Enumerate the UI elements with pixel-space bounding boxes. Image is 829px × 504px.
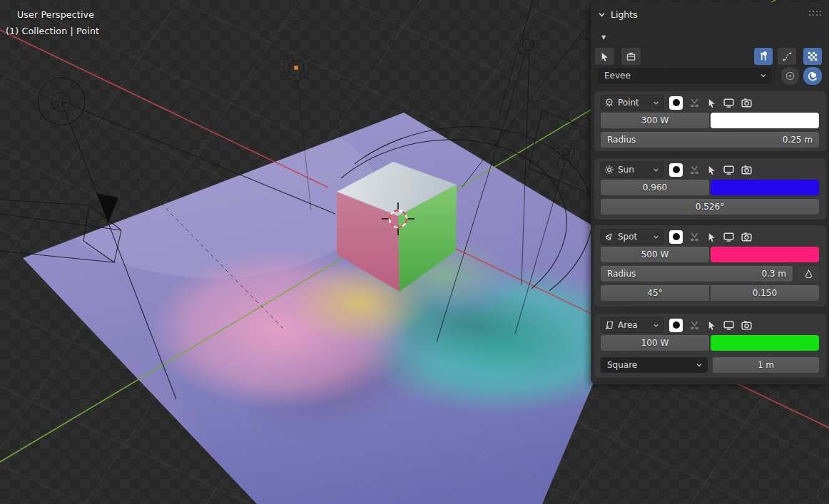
- light-enable-toggle[interactable]: [669, 96, 683, 110]
- point-light-icon: [604, 98, 614, 108]
- select-pointer-button[interactable]: [595, 48, 614, 65]
- world-rotate-button[interactable]: [803, 67, 822, 85]
- light-type-label: Point: [618, 98, 653, 108]
- curve-path-icon: [782, 51, 793, 62]
- sun-angle-slider[interactable]: 0.526°: [601, 199, 819, 215]
- monitor-icon[interactable]: [723, 164, 735, 176]
- spot-size-slider[interactable]: 45°: [601, 285, 709, 301]
- color-swatch[interactable]: [711, 180, 819, 195]
- light-enable-toggle[interactable]: [669, 230, 683, 244]
- tools-button[interactable]: [754, 48, 773, 65]
- area-light-icon: [604, 320, 614, 330]
- chevron-down-icon: [696, 361, 703, 369]
- chevron-down-icon: [653, 234, 659, 240]
- camera-icon[interactable]: [741, 231, 753, 243]
- chevron-down-icon: [653, 100, 659, 106]
- strength-slider[interactable]: 0.960: [601, 180, 709, 195]
- curve-path-button[interactable]: [778, 48, 796, 65]
- checker-texture-button[interactable]: [803, 48, 822, 65]
- sun-type-dropdown[interactable]: Sun: [601, 162, 663, 178]
- circle-dot-button[interactable]: [781, 67, 799, 85]
- monitor-icon[interactable]: [723, 231, 735, 243]
- radius-slider[interactable]: Radius 0.25 m: [601, 132, 819, 148]
- pointer-icon[interactable]: [706, 98, 717, 108]
- color-swatch[interactable]: [711, 335, 819, 351]
- wrench-screwdriver-icon: [758, 51, 769, 62]
- engine-dropdown[interactable]: Eevee: [598, 68, 772, 83]
- chevron-down-icon: [760, 72, 767, 79]
- shape-value: Square: [601, 360, 696, 370]
- camera-icon[interactable]: [741, 164, 753, 176]
- power-slider[interactable]: 300 W: [601, 113, 709, 128]
- area-shape-dropdown[interactable]: Square: [601, 357, 708, 373]
- engine-value: Eevee: [598, 71, 760, 81]
- pointer-icon[interactable]: [706, 320, 717, 331]
- spot-light-section: Spot 500 W Radius 0.3 m 45° 0.150: [594, 225, 826, 307]
- chevron-down-icon: [653, 322, 659, 329]
- light-enable-toggle[interactable]: [669, 319, 683, 332]
- light-type-label: Spot: [618, 232, 653, 242]
- spot-size-blend-row: 45° 0.150: [601, 285, 819, 301]
- power-slider[interactable]: 100 W: [601, 335, 709, 351]
- radius-value: 0.25 m: [783, 135, 813, 145]
- chevron-down-icon: [653, 167, 659, 173]
- cut-icon[interactable]: [688, 164, 701, 176]
- spot-type-dropdown[interactable]: Spot: [601, 229, 663, 245]
- pointer-icon[interactable]: [706, 165, 717, 175]
- radius-label: Radius: [607, 135, 636, 145]
- cut-icon[interactable]: [688, 97, 701, 109]
- radius-slider[interactable]: Radius 0.3 m: [601, 266, 793, 282]
- area-size-slider[interactable]: 1 m: [713, 357, 819, 373]
- spot-light-icon: [604, 232, 614, 242]
- cone-icon: [803, 269, 814, 279]
- radius-value: 0.3 m: [761, 269, 786, 279]
- light-type-label: Sun: [618, 165, 653, 175]
- color-swatch[interactable]: [711, 247, 819, 262]
- view-perspective-label: User Perspective: [17, 9, 94, 20]
- sun-light-icon: [604, 165, 614, 175]
- power-slider[interactable]: 500 W: [601, 247, 709, 262]
- world-rotate-icon: [807, 71, 818, 82]
- drag-handle-dots-icon[interactable]: [809, 11, 823, 18]
- camera-icon[interactable]: [741, 319, 753, 331]
- spot-blend-slider[interactable]: 0.150: [711, 285, 819, 301]
- area-type-dropdown[interactable]: Area: [601, 317, 663, 333]
- circle-dot-icon: [785, 71, 795, 81]
- monitor-icon[interactable]: [723, 319, 735, 331]
- panel-header[interactable]: Lights: [598, 6, 638, 22]
- pointer-icon: [599, 51, 610, 62]
- point-light-section: Point 300 W Radius 0.25 m: [594, 91, 826, 151]
- color-swatch[interactable]: [711, 113, 819, 128]
- cut-icon[interactable]: [688, 319, 701, 331]
- filter-triangle-icon[interactable]: ▼: [601, 34, 606, 41]
- lights-panel: Lights ▼ Eevee: [591, 2, 829, 384]
- pointer-icon[interactable]: [706, 232, 717, 242]
- collapse-chevron-icon[interactable]: [598, 11, 606, 19]
- monitor-icon[interactable]: [723, 97, 735, 109]
- sun-light-section: Sun 0.960 0.526°: [594, 158, 826, 220]
- show-cone-button[interactable]: [798, 266, 819, 282]
- collection-box-icon: [626, 51, 636, 62]
- light-enable-toggle[interactable]: [669, 163, 683, 177]
- checker-texture-icon: [808, 51, 818, 61]
- area-light-section: Area 100 W Square 1 m: [594, 314, 826, 378]
- light-type-label: Area: [618, 320, 653, 330]
- radius-label: Radius: [607, 269, 636, 279]
- panel-title: Lights: [611, 9, 638, 20]
- cut-icon[interactable]: [688, 231, 701, 243]
- point-type-dropdown[interactable]: Point: [601, 95, 663, 110]
- collection-box-button[interactable]: [621, 48, 641, 65]
- breadcrumb: (1) Collection | Point: [6, 26, 99, 36]
- camera-icon[interactable]: [741, 97, 753, 109]
